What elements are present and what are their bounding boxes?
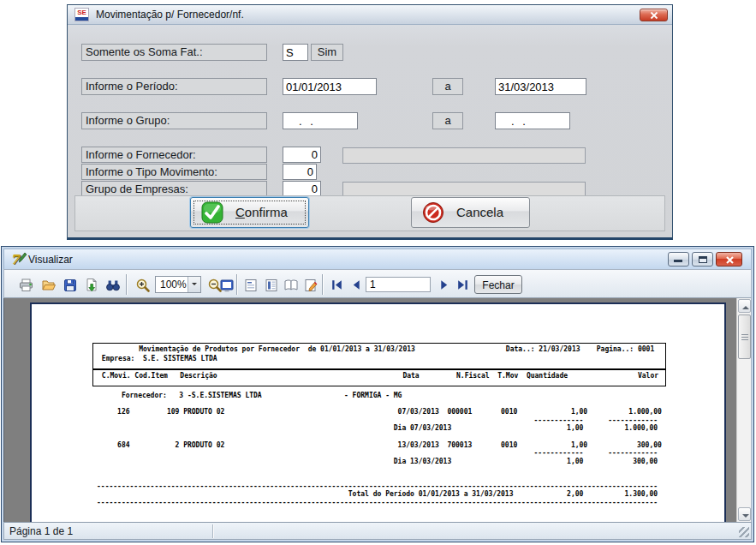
last-page-icon [455,278,470,292]
soma-fat-input[interactable] [283,44,308,61]
book-view-button[interactable] [281,275,300,294]
page-number-input[interactable] [366,277,431,292]
resize-grip[interactable] [739,527,749,537]
report-body: Fornecedor: 3 -S.E.SISTEMAS LTDA - FORMI… [92,390,675,506]
prev-page-icon [349,278,364,292]
report-page: Movimentação de Produtos por Fornecedor … [30,302,726,522]
open-folder-icon [41,278,57,293]
minimize-icon [674,260,682,262]
tipo-movimento-input[interactable] [283,164,317,180]
grupo-from-input[interactable] [283,112,358,129]
label-fornecedor: Informe o Fornecedor: [81,147,267,163]
dialog-titlebar: SE Movimentação p/ Fornecedor/nf. [68,5,672,25]
maximize-icon [699,256,707,263]
viewer-title: Visualizar [28,249,73,270]
toolbar-separator [322,274,323,295]
edit-page-button[interactable] [301,275,319,294]
binoculars-icon [105,278,121,293]
confirma-button[interactable]: Confirma [190,197,309,228]
dialog-close-button[interactable] [640,9,668,21]
minimize-button[interactable] [668,252,689,267]
page-layout-single-icon [243,278,259,293]
fechar-button[interactable]: Fechar [474,275,522,294]
fornecedor-code-input[interactable] [283,147,321,163]
report-column-header: C.Movi. Cod.Item Descrição Data N.Fiscal… [93,370,665,381]
periodo-to-input[interactable] [495,78,586,95]
book-view-icon [283,278,299,293]
page-layout-single-button[interactable] [241,275,259,294]
cancel-icon [422,201,444,226]
zoom-in-button[interactable] [133,275,152,294]
grupo-separator: a [432,112,463,129]
report-header-box: Movimentação de Produtos por Fornecedor … [92,343,666,369]
find-button[interactable] [103,275,122,294]
cancela-button[interactable]: Cancela [411,197,530,228]
export-page-icon [84,278,99,293]
toolbar-separator [236,274,237,295]
scroll-up-button[interactable] [738,299,751,313]
report-app-icon: 7 [9,252,25,267]
first-page-button[interactable] [327,275,346,294]
zoom-level-combo[interactable]: 100% [155,276,201,293]
viewer-statusbar: Página 1 de 1 [3,522,752,540]
scroll-down-button[interactable] [738,507,751,521]
soma-fat-display: Sim [311,44,343,61]
confirma-label: onfirma [245,205,288,219]
close-window-button[interactable] [716,252,742,267]
edit-page-icon [303,278,318,293]
viewer-toolbar: 100% [3,269,752,298]
periodo-from-input[interactable] [283,78,377,95]
whole-page-icon [219,278,235,293]
cancela-label: Cancela [456,198,503,227]
check-icon [201,201,223,226]
se-app-icon: SE [74,8,89,21]
vertical-scrollbar[interactable] [736,298,751,522]
open-button[interactable] [39,275,57,294]
label-grupo: Informe o Grupo: [81,112,267,129]
dialog-title: Movimentação p/ Fornecedor/nf. [96,5,244,25]
scrollbar-thumb[interactable] [738,314,751,359]
last-page-button[interactable] [453,275,472,294]
save-button[interactable] [60,275,79,294]
zoom-level-value: 100% [160,278,187,290]
periodo-separator: a [432,78,463,95]
visualizar-window: 7 Visualizar [1,246,754,542]
chevron-down-icon[interactable] [188,277,200,292]
dialog-button-band [74,195,665,231]
export-button[interactable] [81,275,100,294]
movimentacao-dialog: SE Movimentação p/ Fornecedor/nf. Soment… [67,4,673,240]
report-column-header-box: C.Movi. Cod.Item Descrição Data N.Fiscal… [92,368,666,386]
print-icon [19,278,34,293]
prev-page-button[interactable] [347,275,366,294]
print-button[interactable] [16,275,35,294]
maximize-button[interactable] [692,252,713,267]
report-header-lines: Movimentação de Produtos por Fornecedor … [93,344,665,363]
next-page-icon [437,278,451,292]
fornecedor-description-field [342,147,586,164]
report-body-lines: Fornecedor: 3 -S.E.SISTEMAS LTDA - FORMI… [92,390,675,506]
save-icon [63,278,78,293]
grupo-to-input[interactable] [495,112,570,129]
confirma-label-underline: C [235,205,245,219]
toolbar-separator [126,274,127,295]
label-periodo: Informe o Período: [81,78,267,95]
page-layout-list-icon [264,278,279,293]
label-tipo-movimento: Informe o Tipo Movimento: [81,164,267,180]
page-layout-list-button[interactable] [261,275,280,294]
report-preview-area: Movimentação de Produtos por Fornecedor … [3,298,752,522]
label-soma-fat: Somente os Soma Fat.: [81,44,267,61]
viewer-titlebar: 7 Visualizar [3,249,752,269]
whole-page-button[interactable] [217,275,235,294]
next-page-button[interactable] [434,275,453,294]
statusbar-divider [212,524,213,538]
page-status-text: Página 1 de 1 [9,525,73,537]
close-icon [725,255,735,265]
first-page-icon [330,278,344,292]
close-icon [650,11,658,20]
zoom-in-icon [135,278,151,293]
